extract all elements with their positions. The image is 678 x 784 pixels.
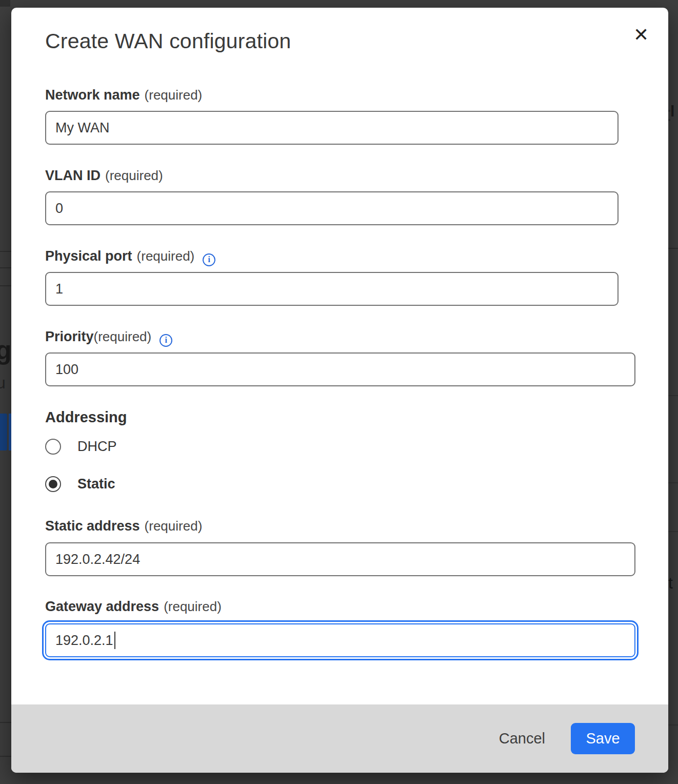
physical-port-info-icon[interactable]: i bbox=[203, 253, 215, 266]
radio-unchecked-icon bbox=[45, 439, 61, 455]
background-text-fragment: l bbox=[670, 103, 674, 120]
background-dot bbox=[668, 110, 670, 112]
static-address-required: (required) bbox=[145, 518, 203, 534]
background-table-line bbox=[0, 722, 11, 723]
background-table-line bbox=[0, 251, 11, 252]
close-button[interactable]: ✕ bbox=[629, 23, 653, 47]
background-obscured-button bbox=[0, 414, 7, 450]
radio-dot bbox=[49, 480, 57, 488]
background-table-line bbox=[668, 482, 678, 483]
addressing-option-static[interactable]: Static bbox=[45, 476, 115, 492]
background-text-fragment: u bbox=[0, 374, 6, 393]
background-table-line bbox=[0, 267, 11, 268]
gateway-address-label-text: Gateway address bbox=[45, 599, 159, 614]
background-dot bbox=[668, 119, 670, 121]
addressing-option-dhcp[interactable]: DHCP bbox=[45, 439, 117, 455]
background-table-line bbox=[668, 248, 678, 249]
network-name-required: (required) bbox=[145, 87, 203, 103]
background-table-line bbox=[668, 531, 678, 532]
network-name-label-text: Network name bbox=[45, 87, 140, 103]
physical-port-label-text: Physical port bbox=[45, 248, 132, 264]
static-address-label: Static address(required) bbox=[45, 518, 202, 534]
physical-port-required: (required) bbox=[137, 248, 195, 264]
background-table-line bbox=[0, 756, 11, 757]
static-radio-label: Static bbox=[77, 476, 115, 492]
radio-checked-icon bbox=[45, 476, 61, 492]
priority-info-icon[interactable]: i bbox=[159, 334, 172, 347]
background-table-line bbox=[668, 395, 678, 396]
dhcp-radio-label: DHCP bbox=[77, 439, 117, 455]
save-button[interactable]: Save bbox=[571, 723, 635, 754]
background-table-line bbox=[668, 724, 678, 726]
vlan-id-label: VLAN ID(required) bbox=[45, 168, 163, 184]
priority-label-text: Priority bbox=[45, 329, 94, 344]
gateway-address-value: 192.0.2.1 bbox=[55, 633, 113, 649]
dialog-footer: Cancel Save bbox=[11, 704, 668, 773]
background-text-fragment: t bbox=[668, 574, 673, 593]
physical-port-label: Physical port(required)i bbox=[45, 248, 215, 266]
addressing-heading: Addressing bbox=[45, 409, 127, 426]
background-corner-block bbox=[0, 0, 10, 7]
create-wan-dialog: Create WAN configuration ✕ Network name(… bbox=[11, 8, 668, 773]
network-name-label: Network name(required) bbox=[45, 87, 202, 103]
priority-required: (required) bbox=[94, 329, 152, 344]
info-icon-glyph: i bbox=[165, 336, 167, 345]
priority-input[interactable] bbox=[45, 352, 635, 386]
background-text-fragment: g bbox=[0, 335, 12, 365]
network-name-input[interactable] bbox=[45, 111, 619, 145]
dialog-title: Create WAN configuration bbox=[45, 29, 291, 53]
vlan-id-label-text: VLAN ID bbox=[45, 168, 101, 183]
gateway-address-label: Gateway address(required) bbox=[45, 599, 222, 615]
vlan-id-input[interactable] bbox=[45, 191, 619, 225]
text-cursor bbox=[114, 632, 115, 649]
close-icon: ✕ bbox=[633, 24, 649, 45]
static-address-label-text: Static address bbox=[45, 518, 140, 534]
static-address-input[interactable] bbox=[45, 542, 635, 576]
physical-port-input[interactable] bbox=[45, 272, 619, 306]
gateway-address-input[interactable]: 192.0.2.1 bbox=[45, 623, 635, 657]
background-table-line bbox=[0, 285, 11, 286]
priority-label: Priority(required)i bbox=[45, 329, 172, 347]
gateway-address-required: (required) bbox=[164, 599, 222, 614]
info-icon-glyph: i bbox=[208, 255, 210, 264]
cancel-button[interactable]: Cancel bbox=[499, 730, 545, 747]
vlan-id-required: (required) bbox=[105, 168, 163, 183]
